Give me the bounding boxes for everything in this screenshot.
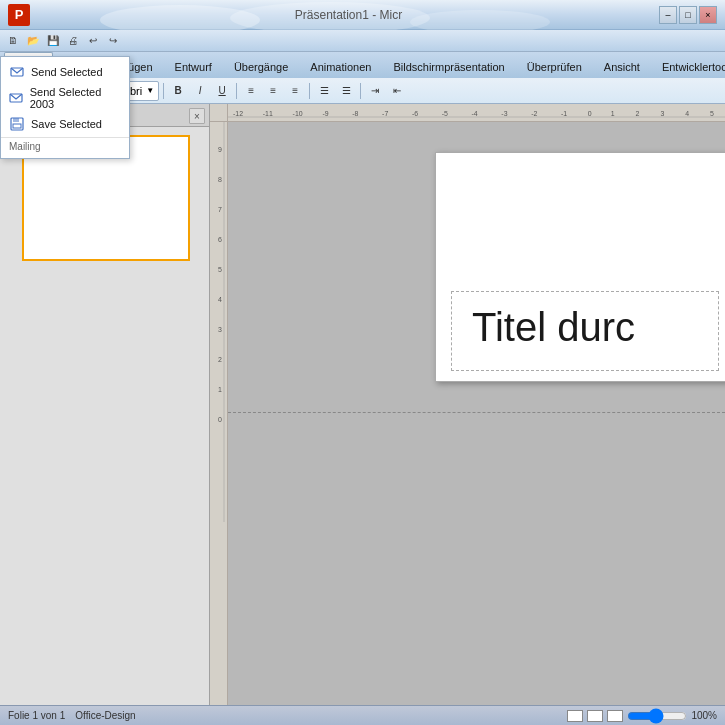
svg-text:2: 2 <box>218 356 222 363</box>
svg-text:0: 0 <box>588 110 592 117</box>
ruler-row: -12 -11 -10 -9 -8 -7 -6 -5 -4 -3 -2 -1 <box>210 104 725 122</box>
slide-sorter-button[interactable] <box>587 710 603 722</box>
h-ruler-content: -12 -11 -10 -9 -8 -7 -6 -5 -4 -3 -2 -1 <box>228 104 725 121</box>
align-left-button[interactable]: ≡ <box>241 81 261 101</box>
zoom-level: 100% <box>691 710 717 721</box>
svg-text:-6: -6 <box>412 110 418 117</box>
close-button[interactable]: × <box>699 6 717 24</box>
svg-text:-10: -10 <box>293 110 303 117</box>
decrease-indent-button[interactable]: ⇤ <box>387 81 407 101</box>
maximize-button[interactable]: □ <box>679 6 697 24</box>
save-selected-label: Save Selected <box>31 118 102 130</box>
office-button[interactable]: P <box>8 4 30 26</box>
qa-redo-button[interactable]: ↪ <box>104 32 122 50</box>
svg-text:-11: -11 <box>263 110 273 117</box>
slide-canvas[interactable]: Titel durc <box>435 152 725 382</box>
font-dropdown-arrow: ▼ <box>146 86 154 95</box>
send-selected-label: Send Selected <box>31 66 103 78</box>
vertical-ruler: 9 8 7 6 5 4 3 2 1 0 <box>210 122 228 725</box>
svg-text:2: 2 <box>636 110 640 117</box>
tab-bildschirm[interactable]: Bildschirmpräsentation <box>382 54 515 78</box>
slide-title-text[interactable]: Titel durc <box>472 305 698 350</box>
send-selected-2003-item[interactable]: Send Selected 2003 <box>1 83 129 113</box>
separator-4 <box>236 83 237 99</box>
tab-ansicht[interactable]: Ansicht <box>593 54 651 78</box>
horizontal-ruler: -12 -11 -10 -9 -8 -7 -6 -5 -4 -3 -2 -1 <box>228 104 725 122</box>
slide-list: 1 <box>0 127 209 725</box>
svg-text:-3: -3 <box>501 110 507 117</box>
main-area: Folien Gliederung × 1 <box>0 104 725 725</box>
svg-text:4: 4 <box>218 296 222 303</box>
svg-rect-4 <box>13 124 21 128</box>
tab-entwickler[interactable]: Entwicklertools <box>651 54 725 78</box>
status-theme: Office-Design <box>75 710 135 721</box>
normal-view-button[interactable] <box>567 710 583 722</box>
tab-animationen[interactable]: Animationen <box>299 54 382 78</box>
svg-text:3: 3 <box>660 110 664 117</box>
save-selected-item[interactable]: Save Selected <box>1 113 129 135</box>
svg-text:9: 9 <box>218 146 222 153</box>
send-selected-icon <box>9 64 25 80</box>
status-slide-info: Folie 1 von 1 <box>8 710 65 721</box>
svg-text:-8: -8 <box>352 110 358 117</box>
svg-text:8: 8 <box>218 176 222 183</box>
editor-main-row: 9 8 7 6 5 4 3 2 1 0 <box>210 122 725 725</box>
h-ruler-ticks: -12 -11 -10 -9 -8 -7 -6 -5 -4 -3 -2 -1 <box>228 104 725 121</box>
svg-text:-12: -12 <box>233 110 243 117</box>
align-center-button[interactable]: ≡ <box>263 81 283 101</box>
tab-ueberpruefen[interactable]: Überprüfen <box>516 54 593 78</box>
svg-text:3: 3 <box>218 326 222 333</box>
slide-editor-container: -12 -11 -10 -9 -8 -7 -6 -5 -4 -3 -2 -1 <box>210 104 725 725</box>
svg-rect-3 <box>13 118 19 122</box>
separator-3 <box>163 83 164 99</box>
quick-access-toolbar: 🗎 📂 💾 🖨 ↩ ↪ <box>0 30 725 52</box>
slide-panel-close-button[interactable]: × <box>189 108 205 124</box>
separator-6 <box>360 83 361 99</box>
svg-text:1: 1 <box>218 386 222 393</box>
send-selected-item[interactable]: Send Selected <box>1 61 129 83</box>
qa-new-button[interactable]: 🗎 <box>4 32 22 50</box>
tab-uebergaenge[interactable]: Übergänge <box>223 54 299 78</box>
datei-dropdown-menu: Send Selected Send Selected 2003 Save Se… <box>0 56 130 159</box>
send-selected-2003-icon <box>9 90 24 106</box>
svg-text:0: 0 <box>218 416 222 423</box>
svg-text:-1: -1 <box>561 110 567 117</box>
title-bar-text: Präsentation1 - Micr <box>38 8 659 22</box>
increase-indent-button[interactable]: ⇥ <box>365 81 385 101</box>
svg-text:-4: -4 <box>472 110 478 117</box>
svg-text:5: 5 <box>710 110 714 117</box>
align-right-button[interactable]: ≡ <box>285 81 305 101</box>
svg-text:-5: -5 <box>442 110 448 117</box>
window-controls: – □ × <box>659 6 717 24</box>
minimize-button[interactable]: – <box>659 6 677 24</box>
svg-text:5: 5 <box>218 266 222 273</box>
send-selected-2003-label: Send Selected 2003 <box>30 86 121 110</box>
save-selected-icon <box>9 116 25 132</box>
svg-text:-9: -9 <box>322 110 328 117</box>
qa-undo-button[interactable]: ↩ <box>84 32 102 50</box>
svg-text:1: 1 <box>611 110 615 117</box>
ruler-corner <box>210 104 228 122</box>
svg-text:4: 4 <box>685 110 689 117</box>
qa-save-button[interactable]: 💾 <box>44 32 62 50</box>
qa-open-button[interactable]: 📂 <box>24 32 42 50</box>
status-view-controls: 100% <box>567 708 717 724</box>
bullets-button[interactable]: ☰ <box>314 81 334 101</box>
reading-view-button[interactable] <box>607 710 623 722</box>
title-bar: P Präsentation1 - Micr – □ × <box>0 0 725 30</box>
italic-button[interactable]: I <box>190 81 210 101</box>
bold-button[interactable]: B <box>168 81 188 101</box>
slide-canvas-area[interactable]: Titel durc <box>228 122 725 725</box>
svg-text:-7: -7 <box>382 110 388 117</box>
slide-title-placeholder[interactable]: Titel durc <box>451 291 719 371</box>
status-bar: Folie 1 von 1 Office-Design 100% <box>0 705 725 725</box>
svg-text:6: 6 <box>218 236 222 243</box>
slide-panel: Folien Gliederung × 1 <box>0 104 210 725</box>
zoom-slider[interactable] <box>627 708 687 724</box>
horizontal-guide <box>228 412 725 413</box>
svg-text:7: 7 <box>218 206 222 213</box>
numbering-button[interactable]: ☰ <box>336 81 356 101</box>
underline-button[interactable]: U <box>212 81 232 101</box>
tab-entwurf[interactable]: Entwurf <box>164 54 223 78</box>
qa-print-button[interactable]: 🖨 <box>64 32 82 50</box>
